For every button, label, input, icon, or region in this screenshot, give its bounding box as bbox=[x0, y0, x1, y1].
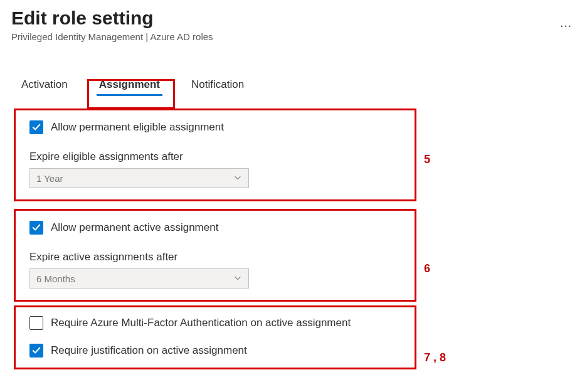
checkbox-allow-active[interactable] bbox=[29, 221, 43, 235]
checkbox-allow-eligible[interactable] bbox=[29, 120, 43, 134]
dropdown-expire-eligible[interactable]: 1 Year bbox=[29, 168, 249, 188]
dropdown-expire-active[interactable]: 6 Months bbox=[29, 268, 249, 289]
checkbox-require-mfa[interactable] bbox=[29, 316, 43, 330]
label-require-justification: Require justification on active assignme… bbox=[51, 344, 247, 357]
label-expire-eligible: Expire eligible assignments after bbox=[29, 151, 401, 163]
section-require: Require Azure Multi-Factor Authenticatio… bbox=[14, 305, 416, 369]
annotation-box-tab bbox=[87, 79, 175, 109]
dropdown-expire-active-value: 6 Months bbox=[36, 273, 75, 284]
label-allow-eligible: Allow permanent eligible assignment bbox=[51, 121, 224, 134]
tab-activation[interactable]: Activation bbox=[15, 75, 74, 96]
checkmark-icon bbox=[32, 223, 41, 232]
chevron-down-icon bbox=[233, 273, 242, 284]
label-require-mfa: Require Azure Multi-Factor Authenticatio… bbox=[51, 317, 351, 329]
more-button[interactable]: … bbox=[557, 15, 576, 30]
annotation-6: 6 bbox=[424, 262, 430, 275]
section-eligible: Allow permanent eligible assignment Expi… bbox=[14, 109, 416, 201]
dropdown-expire-eligible-value: 1 Year bbox=[36, 173, 63, 184]
section-active: Allow permanent active assignment Expire… bbox=[14, 209, 416, 302]
checkmark-icon bbox=[32, 346, 41, 355]
page-subtitle: Privileged Identity Management | Azure A… bbox=[11, 31, 213, 42]
tab-notification[interactable]: Notification bbox=[185, 75, 250, 96]
label-allow-active: Allow permanent active assignment bbox=[51, 221, 218, 234]
annotation-5: 5 bbox=[424, 153, 430, 166]
annotation-7-8: 7 , 8 bbox=[424, 351, 446, 364]
checkmark-icon bbox=[32, 123, 41, 132]
chevron-down-icon bbox=[233, 173, 242, 184]
checkbox-require-justification[interactable] bbox=[29, 344, 43, 358]
label-expire-active: Expire active assignments after bbox=[29, 251, 401, 263]
page-title: Edit role setting bbox=[11, 8, 213, 29]
